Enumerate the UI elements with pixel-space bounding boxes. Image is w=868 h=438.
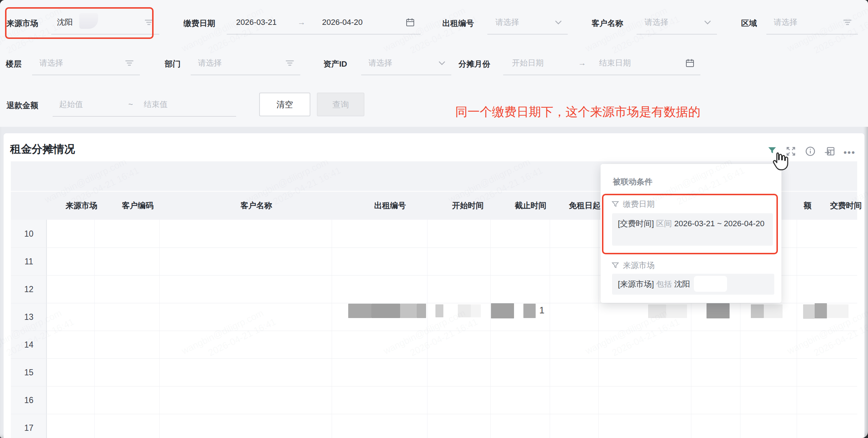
redacted-cell-block bbox=[707, 303, 730, 318]
filter-label-source-market: 来源市场 bbox=[6, 18, 38, 29]
floor-select[interactable]: 请选择 bbox=[32, 52, 140, 75]
redacted-cell-block bbox=[371, 304, 400, 318]
column-gridline bbox=[490, 220, 491, 438]
range-arrow-icon: → bbox=[298, 18, 306, 27]
row-gridline bbox=[11, 331, 857, 331]
condition-value: 2026-03-21 ~ 2026-04-20 bbox=[674, 219, 764, 228]
region-select[interactable]: 请选择 bbox=[766, 11, 858, 35]
filter-label-rental-no: 出租编号 bbox=[442, 18, 474, 29]
app-window: 来源市场 沈阳 缴费日期 2026-03-21 → 2026-04-20 出租编… bbox=[0, 0, 868, 438]
redacted-cell-block bbox=[348, 304, 371, 318]
rental-no-placeholder: 请选择 bbox=[495, 17, 519, 28]
row-gridline bbox=[11, 303, 857, 303]
redacted-cell-block bbox=[803, 304, 815, 319]
row-number: 14 bbox=[11, 340, 47, 350]
column-gridline bbox=[550, 220, 550, 438]
department-select[interactable]: 请选择 bbox=[191, 52, 300, 75]
refund-start-placeholder: 起始值 bbox=[59, 99, 83, 110]
filter-lines-icon bbox=[285, 59, 294, 67]
row-gridline bbox=[11, 386, 857, 386]
row-number: 12 bbox=[11, 285, 47, 294]
column-header-1: 来源市场 bbox=[66, 200, 97, 211]
redacted-cell-block bbox=[648, 304, 666, 318]
payment-date-start: 2026-03-21 bbox=[236, 18, 277, 27]
popup-section-payment-date: 缴费日期 bbox=[611, 199, 655, 210]
filter-label-payment-date: 缴费日期 bbox=[183, 18, 215, 29]
column-header-3: 客户名称 bbox=[240, 200, 272, 211]
refund-amount-range-input[interactable]: 起始值 ~ 结束值 bbox=[53, 93, 236, 117]
allocation-month-start-placeholder: 开始日期 bbox=[512, 58, 544, 68]
redacted-cell-block bbox=[815, 303, 827, 318]
condition-value: 沈阳 bbox=[674, 280, 690, 289]
funnel-outline-icon bbox=[611, 200, 619, 208]
column-header-8: 额 bbox=[803, 200, 811, 211]
info-icon[interactable] bbox=[805, 146, 815, 156]
panel-title: 租金分摊情况 bbox=[10, 142, 75, 157]
redaction-blob bbox=[694, 276, 727, 292]
popup-section-name: 缴费日期 bbox=[623, 199, 655, 210]
filter-lines-icon bbox=[144, 19, 154, 26]
tilde-separator: ~ bbox=[128, 100, 133, 109]
redaction-blob bbox=[79, 13, 98, 29]
redacted-cell-block bbox=[458, 304, 471, 317]
clear-button-label: 清空 bbox=[276, 99, 293, 110]
column-header-4: 出租编号 bbox=[374, 200, 406, 211]
redacted-cell-block bbox=[400, 304, 417, 318]
row-number: 17 bbox=[11, 423, 47, 433]
redacted-cell-block bbox=[491, 303, 514, 318]
column-header-9: 交费时间 bbox=[830, 200, 862, 211]
chevron-down-icon bbox=[555, 20, 562, 24]
redacted-cell-block bbox=[523, 304, 536, 318]
chevron-down-icon bbox=[704, 20, 711, 24]
redacted-cell-block bbox=[435, 304, 443, 317]
more-options-icon[interactable]: ••• bbox=[843, 147, 855, 158]
range-arrow-icon: → bbox=[578, 58, 586, 68]
filter-label-refund-amount: 退款金额 bbox=[6, 100, 38, 111]
payment-date-range-input[interactable]: 2026-03-21 → 2026-04-20 bbox=[227, 11, 421, 35]
asset-id-select[interactable]: 请选择 bbox=[361, 52, 451, 75]
column-header-2: 客户编码 bbox=[122, 200, 154, 211]
popup-title: 被联动条件 bbox=[613, 176, 652, 187]
source-market-input[interactable]: 沈阳 bbox=[51, 11, 159, 35]
allocation-month-range-input[interactable]: 开始日期 → 结束日期 bbox=[503, 52, 700, 75]
partial-cell-value: 1 bbox=[539, 305, 544, 316]
floor-placeholder: 请选择 bbox=[39, 58, 63, 68]
red-annotation-text: 同一个缴费日期下，这个来源市场是有数据的 bbox=[455, 104, 700, 120]
payment-date-end: 2026-04-20 bbox=[322, 18, 363, 27]
row-number: 11 bbox=[11, 257, 47, 267]
filter-label-customer-name: 客户名称 bbox=[592, 18, 623, 29]
row-number: 10 bbox=[11, 229, 47, 239]
column-gridline bbox=[598, 220, 599, 438]
popup-section-source-market: 来源市场 bbox=[611, 260, 655, 271]
row-gridline bbox=[11, 414, 857, 414]
redacted-cell-block bbox=[764, 304, 783, 318]
row-gridline bbox=[11, 358, 857, 359]
column-gridline bbox=[332, 220, 332, 438]
query-button[interactable]: 查询 bbox=[317, 93, 364, 116]
row-number: 16 bbox=[11, 395, 47, 405]
filter-label-region: 区域 bbox=[741, 18, 757, 29]
column-gridline bbox=[159, 220, 160, 438]
filter-lines-icon bbox=[843, 19, 852, 26]
column-gridline bbox=[427, 220, 428, 438]
asset-id-placeholder: 请选择 bbox=[368, 58, 392, 68]
filter-funnel-icon[interactable] bbox=[767, 146, 777, 156]
allocation-month-end-placeholder: 结束日期 bbox=[599, 58, 631, 68]
row-number: 15 bbox=[11, 368, 47, 377]
customer-name-select[interactable]: 请选择 bbox=[637, 11, 717, 35]
redacted-cell-block bbox=[471, 304, 481, 317]
filter-label-floor: 楼层 bbox=[6, 59, 22, 70]
redacted-cell-block bbox=[751, 304, 764, 318]
column-header-5: 开始时间 bbox=[452, 200, 484, 211]
condition-operator: 包括 bbox=[656, 280, 672, 289]
filter-panel: 来源市场 沈阳 缴费日期 2026-03-21 → 2026-04-20 出租编… bbox=[0, 0, 868, 127]
clear-button[interactable]: 清空 bbox=[259, 93, 310, 116]
redacted-cell-block bbox=[827, 304, 849, 318]
column-gridline bbox=[797, 220, 797, 438]
popup-condition-source-market: [来源市场] 包括 沈阳 bbox=[612, 274, 774, 295]
export-to-table-icon[interactable] bbox=[824, 146, 835, 156]
column-header-6: 截止时间 bbox=[515, 200, 546, 211]
department-placeholder: 请选择 bbox=[198, 58, 222, 68]
rental-no-select[interactable]: 请选择 bbox=[487, 11, 568, 35]
expand-icon[interactable] bbox=[786, 146, 796, 156]
